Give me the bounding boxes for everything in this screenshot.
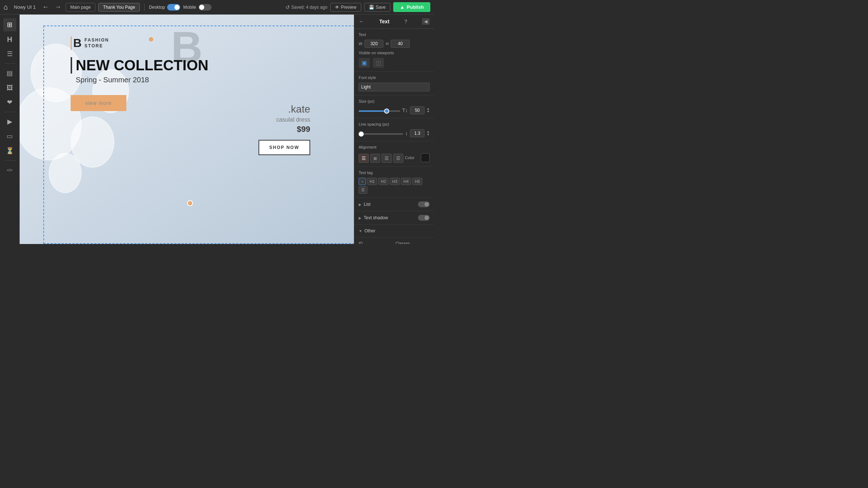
tag-row: « H1 H2 H3 H4 H5 ☰ [359,178,430,194]
ls-down-button[interactable]: ▼ [427,133,430,136]
mobile-toggle-group: Mobile [183,4,211,11]
save-button-label: Save [376,5,386,10]
preview-button[interactable]: 👁 Preview [330,3,361,12]
sidebar-item-section[interactable]: ▤ [3,67,16,80]
sidebar-item-video[interactable]: ▶ [3,115,16,128]
timeline-handle[interactable] [187,200,193,206]
width-label: W [359,42,362,46]
preview-icon: 👁 [335,5,339,10]
align-left-button[interactable]: ☰ [359,154,369,163]
size-label: Size (px) [359,99,430,103]
tag-h5-button[interactable]: H5 [412,178,422,185]
classes-label: Classes [396,241,430,244]
font-style-select[interactable]: Light Regular Medium Bold [359,83,430,91]
tag-p-button[interactable]: « [359,178,366,185]
list-section-title: ▶ List [359,202,371,207]
mobile-viewport-icon[interactable]: ◫ [373,58,384,68]
mobile-toggle[interactable] [198,4,212,11]
desktop-toggle[interactable] [167,4,180,11]
save-status: ↺ Saved: 4 days ago [285,4,327,10]
sidebar-separator-1 [4,63,15,64]
panel-title: Text [379,19,390,24]
panel-collapse-button[interactable]: ◀ [422,18,430,25]
panel-back-button[interactable]: ← [359,18,364,25]
save-button[interactable]: 💾 Save [364,3,390,12]
text-shadow-toggle[interactable] [418,215,430,221]
panel-header: ← Text ? ◀ [354,15,434,29]
tag-h1-button[interactable]: H1 [367,178,377,185]
tag-list-button[interactable]: ☰ [359,186,367,194]
brand-logo: B FASHIONSTORE [71,36,208,50]
tag-h3-button[interactable]: H3 [390,178,400,185]
other-section-content: ID Classes [354,237,434,244]
canvas-inner: B B FASHIONSTORE NEW COLLECTION Spring -… [20,15,354,244]
list-label: List [364,202,371,207]
size-input[interactable] [410,106,425,114]
sidebar-item-widget[interactable]: ❤ [3,96,16,109]
id-column: ID [359,241,393,244]
save-status-text: Saved: 4 days ago [291,5,327,10]
undo-button[interactable]: ← [41,3,50,11]
height-label: H [386,42,388,46]
video-icon: ▶ [7,118,12,126]
desktop-label: Desktop [149,5,165,10]
mobile-toggle-knob [199,5,204,10]
tag-h4-button[interactable]: H4 [401,178,411,185]
text-shadow-collapsible-header[interactable]: ▶ Text shadow [354,211,434,225]
view-more-button[interactable]: view more [71,95,126,111]
height-input[interactable] [391,40,410,48]
other-section-title: ▼ Other [359,228,375,233]
ls-slider-wrap [359,131,403,136]
size-slider-wrap [359,108,400,113]
width-input[interactable] [364,40,383,48]
widget-icon: ❤ [7,98,12,106]
list-collapsible-header[interactable]: ▶ List [354,198,434,211]
desktop-toggle-group: Desktop [149,4,180,11]
preview-label: Preview [341,5,356,10]
sidebar-item-shape[interactable]: ▭ [3,130,16,143]
sidebar-separator-3 [4,160,15,161]
alignment-section: Alignment ☰ ≣ ☰ ☰ Color [354,141,434,167]
main-page-tab[interactable]: Main page [66,3,95,12]
publish-button[interactable]: ▲ Publish [393,2,430,12]
size-down-button[interactable]: ▼ [427,110,430,113]
timer-icon: ⏳ [6,147,14,155]
text-shadow-label: Text shadow [364,215,388,220]
redo-button[interactable]: → [53,3,63,11]
ls-slider[interactable] [359,133,403,135]
alignment-label: Alignment [359,145,430,149]
text-section-label: Text [359,32,430,37]
color-swatch[interactable] [421,153,430,162]
align-right-button[interactable]: ☰ [382,154,392,163]
line-spacing-label: Line spacing (px) [359,122,430,126]
align-justify-button[interactable]: ☰ [393,154,403,163]
other-collapsible-header[interactable]: ▼ Other [354,225,434,237]
ls-input[interactable] [410,129,425,137]
text-shadow-chevron-icon: ▶ [359,216,362,220]
desktop-viewport-icon[interactable]: ▣ [359,58,370,68]
line-spacing-section: Line spacing (px) ↕ ▲ ▼ [354,118,434,141]
ls-spinner: ▲ ▼ [427,130,430,136]
shop-now-button[interactable]: SHOP NOW [259,140,310,155]
main-layout: ⊞ H ☰ ▤ 🖼 ❤ ▶ ▭ ⏳ </> [0,15,434,244]
desktop-toggle-knob [174,5,179,10]
sidebar-item-code[interactable]: </> [3,164,16,177]
sidebar-item-image[interactable]: 🖼 [3,81,16,94]
size-slider[interactable] [359,110,400,112]
sidebar-item-timer[interactable]: ⏳ [3,144,16,157]
image-icon: 🖼 [7,84,13,92]
align-center-button[interactable]: ≣ [370,154,380,163]
thankyou-page-tab[interactable]: Thank You Page [98,3,140,12]
sidebar-item-text[interactable]: ☰ [3,47,16,60]
tag-h2-button[interactable]: H2 [378,178,388,185]
sidebar-item-grid[interactable]: ⊞ [3,18,16,31]
size-section: Size (px) T↕ ▲ ▼ [354,95,434,118]
shape-icon: ▭ [7,132,13,140]
panel-help-button[interactable]: ? [404,19,407,24]
brand-name: FASHIONSTORE [84,38,109,49]
mobile-label: Mobile [183,5,196,10]
list-toggle[interactable] [418,201,430,207]
sidebar-item-heading[interactable]: H [3,33,16,46]
save-status-icon: ↺ [285,4,290,10]
canvas-area[interactable]: B B FASHIONSTORE NEW COLLECTION Spring -… [20,15,354,244]
